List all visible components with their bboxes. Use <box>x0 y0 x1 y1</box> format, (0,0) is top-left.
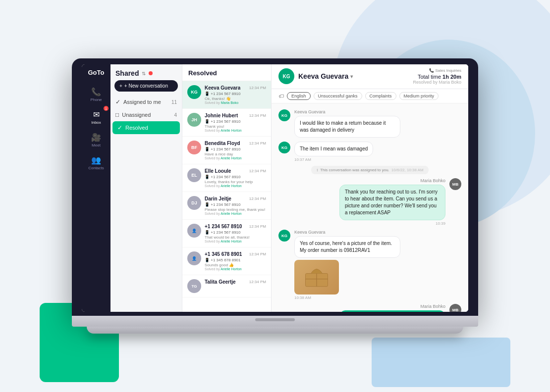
msg-content-2: The item I mean was damaged 10:37 AM <box>294 142 373 162</box>
conv-avatar-4: EL <box>187 168 201 182</box>
nav-item-meet[interactable]: 🎥 Meet <box>85 130 108 150</box>
sidebar-item-assigned[interactable]: ✓ Assigned to me 11 <box>110 96 182 108</box>
sales-label: Sales Inquiries <box>436 68 461 73</box>
tag-english-label: English <box>291 94 306 98</box>
messages-area[interactable]: KG Keeva Guevara I would like to make a … <box>272 103 468 312</box>
sidebar-item-unassigned[interactable]: □ Unassigned 4 <box>110 108 182 121</box>
sidebar-header: Shared ⇅ <box>110 64 182 80</box>
total-time-display: Total time 1h 20m <box>413 74 461 80</box>
sidebar-title: Shared <box>115 69 139 77</box>
conv-info-3: Benedita Floyd 12:34 PM 📱 +1 234 567 891… <box>205 141 266 160</box>
sidebar-item-resolved[interactable]: ✓ Resolved <box>112 121 180 134</box>
msg-bubble-6: I see the problem. I'm sending a replace… <box>339 310 445 312</box>
system-msg-assigned: ↕ This conversation was assigned to you.… <box>311 166 429 174</box>
conv-item-1[interactable]: KG Keeva Guevara 12:34 PM 📱 +1 234 567 8… <box>182 81 271 109</box>
conv-solved-6: Solved by Arielle Horton <box>205 240 266 243</box>
total-time-value: 1h 20m <box>442 74 461 80</box>
msg-avatar-kg-1: KG <box>278 109 290 121</box>
sales-badge: 📞 Sales Inquiries <box>413 68 461 73</box>
conv-phone-1: 📱 +1 234 567 8910 <box>205 92 266 96</box>
conv-info-1: Keeva Guevara 12:34 PM 📱 +1 234 567 8910… <box>205 85 266 104</box>
msg-row-2: KG The item I mean was damaged 10:37 AM <box>278 142 461 162</box>
conv-item-5[interactable]: DJ Darin Jeitje 12:34 PM 📱 +1 234 567 89… <box>182 192 271 220</box>
laptop-screen: GoTo 📞 Phone ✉ Inbox 1 🎥 Meet <box>82 64 468 312</box>
conv-phone-5: 📱 +1 234 567 8910 <box>205 202 266 207</box>
conv-item-6[interactable]: 👤 +1 234 567 8910 12:34 PM 📱 +1 234 567 … <box>182 220 271 247</box>
conv-item-8[interactable]: TG Talita Geertje 12:34 PM <box>182 275 271 297</box>
laptop-wrapper: GoTo 📞 Phone ✉ Inbox 1 🎥 Meet <box>72 58 478 334</box>
conv-item-4[interactable]: EL Elle Looule 12:34 PM 📱 +1 234 567 891… <box>182 164 271 192</box>
conv-avatar-6: 👤 <box>187 224 201 238</box>
conv-info-6: +1 234 567 8910 12:34 PM 📱 +1 234 567 89… <box>205 224 266 243</box>
logo: GoTo <box>88 69 105 76</box>
conv-solved-2: Solved by Arielle Horton <box>205 129 266 132</box>
conv-phone-4: 📱 +1 234 567 8910 <box>205 175 266 179</box>
conv-avatar-5: DJ <box>187 196 201 210</box>
tag-english[interactable]: English <box>287 92 311 100</box>
tag-complaints-label: Complaints <box>370 94 392 98</box>
assigned-icon: ✓ <box>115 98 120 105</box>
msg-row-6: MB Maria Bohko I see the problem. I'm se… <box>278 304 461 312</box>
laptop-bezel: GoTo 📞 Phone ✉ Inbox 1 🎥 Meet <box>72 58 478 316</box>
resolved-by-label: Resolved by <box>413 80 438 85</box>
chevron-down-icon[interactable]: ▾ <box>350 74 353 79</box>
conv-avatar-3: BF <box>187 141 201 154</box>
assigned-label: Assigned to me <box>123 99 161 105</box>
conv-item-7[interactable]: 👤 +1 345 678 8901 12:34 PM 📱 +1 345 678 … <box>182 247 271 275</box>
conv-name-3: Benedita Floyd <box>205 141 240 146</box>
tag-unsuccessful[interactable]: Unsuccessful ganks <box>314 92 362 100</box>
msg-bubble-2: The item I mean was damaged <box>294 142 373 156</box>
msg-row-5: KG Keeva Guevara Yes of course, here's a… <box>278 230 461 300</box>
tag-unsuccessful-label: Unsuccessful ganks <box>318 94 358 98</box>
msg-bubble-5: Yes of course, here's a picture of the i… <box>294 236 400 258</box>
tag-priority[interactable]: Medium priority <box>399 92 439 100</box>
conv-list-header: Resolved <box>182 64 271 81</box>
conv-name-4: Elle Looule <box>205 168 231 174</box>
laptop-base <box>72 316 478 327</box>
nav-item-phone[interactable]: 📞 Phone <box>85 84 108 105</box>
nav-label-contacts: Contacts <box>88 166 104 170</box>
conv-phone-7: 📱 +1 345 678 8901 <box>205 258 266 262</box>
chat-main: KG Keeva Guevara ▾ 📞 Sales Inquiries <box>272 64 468 312</box>
msg-sender-5: Keeva Guevara <box>294 230 400 235</box>
msg-avatar-mb-1: MB <box>449 178 461 190</box>
conv-info-4: Elle Looule 12:34 PM 📱 +1 234 567 8910 L… <box>205 168 266 188</box>
conv-avatar-2: JH <box>187 113 201 127</box>
system-text: This conversation was assigned to you. <box>320 168 389 172</box>
conversation-list: Resolved KG Keeva Guevara 12:34 PM 📱 +1 … <box>182 64 272 312</box>
conv-solved-5: Solved by Arielle Horton <box>205 212 266 215</box>
conv-name-8: Talita Geertje <box>205 279 236 285</box>
laptop-foot <box>87 327 463 334</box>
conv-item-3[interactable]: BF Benedita Floyd 12:34 PM 📱 +1 234 567 … <box>182 137 271 164</box>
sidebar-notification-dot <box>149 71 153 75</box>
unassigned-label: Unassigned <box>122 112 151 118</box>
conv-phone-6: 📱 +1 234 567 8910 <box>205 230 266 235</box>
plus-icon: + <box>119 83 122 89</box>
new-conversation-button[interactable]: + + New conversation <box>114 80 178 92</box>
system-icon: ↕ <box>316 168 318 172</box>
sales-icon: 📞 <box>429 68 434 73</box>
conv-avatar-1: KG <box>187 85 201 99</box>
conv-name-2: Johnie Hubert <box>205 113 238 118</box>
conv-item-2[interactable]: JH Johnie Hubert 12:34 PM 📱 +1 234 567 8… <box>182 109 271 137</box>
nav-item-inbox[interactable]: ✉ Inbox 1 <box>85 107 108 128</box>
conv-msg-3: Have a nice day <box>205 152 266 156</box>
conv-name-6: +1 234 567 8910 <box>205 224 242 229</box>
conv-info-7: +1 345 678 8901 12:34 PM 📱 +1 345 678 89… <box>205 251 266 271</box>
conv-time-2: 12:34 PM <box>249 113 266 118</box>
msg-sender-4: Maria Bohko <box>339 178 445 183</box>
msg-content-6: Maria Bohko I see the problem. I'm sendi… <box>339 304 445 312</box>
new-conversation-label: + New conversation <box>124 83 168 89</box>
msg-avatar-kg-3: KG <box>278 230 290 242</box>
conv-msg-2: Thank you! <box>205 124 266 129</box>
conv-info-8: Talita Geertje 12:34 PM <box>205 279 266 293</box>
conv-name-1: Keeva Guevara <box>205 85 240 91</box>
tag-priority-label: Medium priority <box>404 94 435 98</box>
chat-meta-right: 📞 Sales Inquiries Total time 1h 20m Reso… <box>413 68 461 85</box>
conv-time-1: 12:34 PM <box>249 86 266 90</box>
phone-icon: 📞 <box>91 87 101 97</box>
nav-item-contacts[interactable]: 👥 Contacts <box>85 152 108 173</box>
tag-complaints[interactable]: Complaints <box>365 92 396 100</box>
msg-row-4: MB Maria Bohko Thank you for reaching ou… <box>278 178 461 226</box>
bg-blue-accent <box>372 338 510 387</box>
